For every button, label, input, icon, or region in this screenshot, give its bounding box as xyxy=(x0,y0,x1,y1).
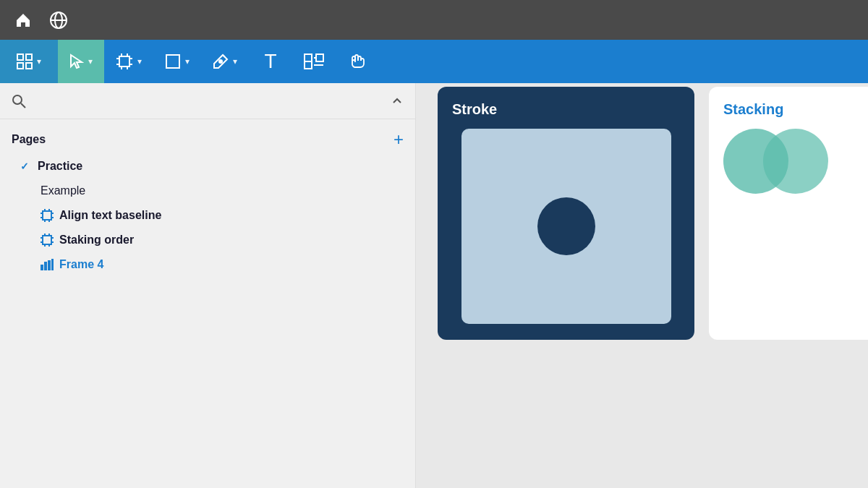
home-icon[interactable] xyxy=(7,4,39,36)
stacking-circle-2 xyxy=(763,129,828,194)
svg-rect-45 xyxy=(44,262,47,270)
sidebar-item-align-text-baseline[interactable]: Align text baseline xyxy=(32,203,415,228)
stroke-circle xyxy=(537,197,595,255)
top-bar xyxy=(0,0,868,40)
sidebar-item-example[interactable]: Example xyxy=(32,179,415,203)
sidebar-item-frame-4[interactable]: Frame 4 xyxy=(32,252,415,277)
main-content: Pages + ✓ Practice Example xyxy=(0,83,868,488)
align-text-baseline-name: Align text baseline xyxy=(59,209,161,222)
toolbar-shape[interactable]: ▾ xyxy=(153,40,201,83)
svg-rect-3 xyxy=(17,54,23,60)
sidebar-item-practice[interactable]: ✓ Practice xyxy=(12,154,415,179)
svg-rect-20 xyxy=(316,54,323,61)
search-icon xyxy=(12,94,26,108)
practice-page-name: Practice xyxy=(38,160,82,173)
frame-icon-align xyxy=(41,209,54,222)
stacking-card-title: Stacking xyxy=(723,101,868,118)
staking-order-name: Staking order xyxy=(59,234,134,247)
toolbar-select[interactable]: ▾ xyxy=(58,40,104,83)
svg-rect-47 xyxy=(51,259,54,270)
add-page-button[interactable]: + xyxy=(393,131,404,148)
toolbar-pen[interactable]: ▾ xyxy=(201,40,249,83)
svg-rect-35 xyxy=(43,236,51,244)
sidebar-item-staking-order[interactable]: Staking order xyxy=(32,228,415,252)
stroke-card: Stroke xyxy=(438,87,694,340)
collapse-icon[interactable] xyxy=(391,95,404,108)
svg-point-18 xyxy=(219,60,222,63)
svg-rect-5 xyxy=(17,63,23,69)
check-icon: ✓ xyxy=(20,160,32,172)
sub-page-list: Example xyxy=(12,179,415,277)
sidebar: Pages + ✓ Practice Example xyxy=(0,83,416,488)
svg-rect-21 xyxy=(305,61,312,69)
svg-rect-26 xyxy=(43,211,51,220)
frame-chevron: ▾ xyxy=(137,56,142,67)
stroke-card-inner xyxy=(461,129,671,324)
pen-chevron: ▾ xyxy=(233,56,237,67)
pages-label: Pages xyxy=(12,133,46,146)
toolbar-main-menu[interactable]: ▾ xyxy=(0,40,58,83)
svg-line-17 xyxy=(223,55,225,57)
toolbar-components[interactable] xyxy=(292,40,336,83)
bar-chart-icon xyxy=(41,259,54,270)
search-bar xyxy=(0,83,415,119)
svg-rect-19 xyxy=(305,54,312,61)
svg-rect-46 xyxy=(48,260,51,270)
main-menu-chevron: ▾ xyxy=(37,56,41,67)
pages-section: Pages + xyxy=(0,119,415,154)
example-page-name: Example xyxy=(41,184,85,197)
toolbar: ▾ ▾ ▾ ▾ xyxy=(0,40,868,83)
shape-chevron: ▾ xyxy=(185,56,190,67)
svg-rect-7 xyxy=(119,56,129,67)
canvas: Stroke Stacking xyxy=(416,83,868,488)
frame-4-name: Frame 4 xyxy=(59,258,103,271)
page-list: ✓ Practice Example xyxy=(0,154,415,277)
svg-rect-4 xyxy=(26,54,32,60)
stroke-card-title: Stroke xyxy=(452,101,497,118)
svg-line-25 xyxy=(21,103,25,108)
stacking-card: Stacking xyxy=(709,87,868,340)
select-chevron: ▾ xyxy=(88,56,93,67)
svg-rect-16 xyxy=(166,55,179,68)
globe-icon[interactable] xyxy=(43,4,75,36)
stacking-circles xyxy=(723,129,868,201)
frame-icon-staking xyxy=(41,234,54,247)
toolbar-text[interactable]: T xyxy=(249,40,292,83)
svg-point-24 xyxy=(13,95,22,104)
toolbar-hand[interactable] xyxy=(336,40,379,83)
svg-rect-44 xyxy=(41,265,43,270)
toolbar-frame[interactable]: ▾ xyxy=(104,40,153,83)
svg-rect-6 xyxy=(26,63,32,69)
